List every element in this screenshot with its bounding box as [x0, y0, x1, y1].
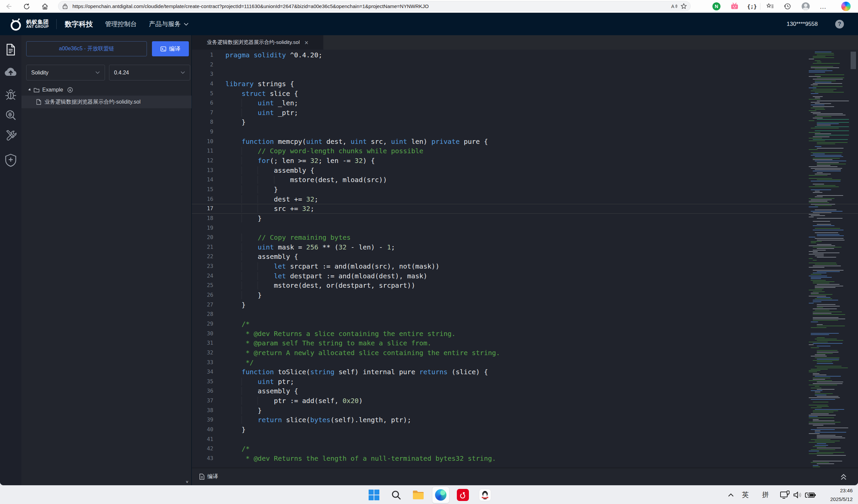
code-line-24[interactable]: 24 let destpart := and(mload(dest), mask… [192, 271, 858, 281]
minimap[interactable] [807, 50, 849, 467]
editor-scrollbar[interactable] [850, 50, 857, 467]
code-line-21[interactable]: 21 uint mask = 256 ** (32 - len) - 1; [192, 242, 858, 252]
code-line-27[interactable]: 27 } [192, 300, 858, 310]
tools-icon[interactable] [0, 127, 21, 143]
lock-icon[interactable] [60, 3, 70, 10]
code-line-29[interactable]: 29 /* [192, 319, 858, 329]
code-line-43[interactable]: 43 * @dev Returns the length of a null-t… [192, 454, 858, 464]
code-line-38[interactable]: 38 } [192, 406, 858, 416]
address-bar[interactable]: https://openchain.antdigital.com/cloudid… [58, 1, 690, 12]
read-aloud-icon[interactable]: A [669, 3, 679, 10]
history-icon[interactable] [783, 2, 792, 11]
code-line-33[interactable]: 33 */ [192, 358, 858, 368]
tray-chevron-up-icon[interactable] [726, 489, 735, 501]
tree-file-contract[interactable]: 业务逻辑数据浏览器展示合约-solidity.sol [21, 96, 192, 108]
code-line-28[interactable]: 28 [192, 309, 858, 319]
home-button[interactable] [40, 1, 50, 12]
url-text[interactable]: https://openchain.antdigital.com/cloudid… [73, 3, 669, 9]
code-line-31[interactable]: 31 * @param self The string to make a sl… [192, 338, 858, 348]
scrollbar-thumb[interactable] [851, 52, 856, 69]
code-line-36[interactable]: 36 assembly { [192, 386, 858, 396]
code-line-39[interactable]: 39 return slice(bytes(self).length, ptr)… [192, 415, 858, 425]
start-button[interactable] [368, 489, 380, 501]
code-line-25[interactable]: 25 mstore(dest, or(destpart, srcpart)) [192, 281, 858, 290]
code-line-6[interactable]: 6 uint _len; [192, 98, 858, 108]
tab-contract-file[interactable]: 业务逻辑数据浏览器展示合约-solidity.sol × [192, 35, 323, 50]
ant-group-logo[interactable]: 蚂蚁集团 ANT GROUP [9, 16, 49, 32]
menu-products[interactable]: 产品与服务 [149, 20, 189, 29]
tab-close-icon[interactable]: × [305, 39, 308, 46]
file-explorer-icon[interactable] [412, 489, 424, 501]
edge-browser-icon[interactable] [435, 489, 447, 501]
code-line-10[interactable]: 10 function memcpy(uint dest, uint src, … [192, 137, 858, 147]
favorites-bar-icon[interactable] [765, 2, 775, 11]
debug-bug-icon[interactable] [0, 87, 21, 103]
code-line-9[interactable]: 9 [192, 127, 858, 137]
profile-avatar[interactable] [801, 2, 810, 11]
code-line-15[interactable]: 15 } [192, 185, 858, 195]
code-line-30[interactable]: 30 * @dev Returns a slice containing the… [192, 329, 858, 339]
code-line-11[interactable]: 11 // Copy word-length chunks while poss… [192, 146, 858, 156]
tray-clock[interactable]: 23:46 2025/5/12 [830, 488, 853, 502]
panel-scroll-arrow[interactable]: ˅ [186, 479, 189, 485]
code-line-2[interactable]: 2 [192, 60, 858, 70]
language-select[interactable]: Solidity [26, 65, 105, 80]
battery-charging-icon[interactable] [804, 489, 816, 501]
ime-english-indicator[interactable]: 英 [742, 490, 749, 499]
ime-pinyin-indicator[interactable]: 拼 [762, 490, 769, 499]
code-line-37[interactable]: 37 ptr := add(self, 0x20) [192, 396, 858, 406]
cast-display-icon[interactable] [779, 489, 791, 501]
code-line-17[interactable]: 17 src += 32; [192, 204, 858, 214]
code-line-32[interactable]: 32 * @return A newly allocated slice con… [192, 348, 858, 358]
code-line-8[interactable]: 8 } [192, 117, 858, 127]
code-line-16[interactable]: 16 dest += 32; [192, 195, 858, 204]
expand-panel-icon[interactable] [840, 473, 847, 481]
code-line-13[interactable]: 13 assembly { [192, 166, 858, 175]
menu-console[interactable]: 管理控制台 [105, 20, 137, 29]
refresh-button[interactable] [21, 1, 32, 12]
code-line-26[interactable]: 26 } [192, 290, 858, 300]
code-lines[interactable]: 1pragma solidity ^0.4.20;234library stri… [192, 50, 858, 464]
compile-button[interactable]: 编译 [152, 41, 189, 56]
code-line-3[interactable]: 3 [192, 69, 858, 79]
code-line-7[interactable]: 7 uint _ptr; [192, 108, 858, 118]
copilot-icon[interactable] [841, 2, 851, 11]
search-icon[interactable] [390, 489, 402, 501]
code-line-22[interactable]: 22 assembly { [192, 252, 858, 262]
settings-more-icon[interactable]: … [819, 2, 828, 11]
code-line-41[interactable]: 41 [192, 435, 858, 444]
account-phone[interactable]: 130****9558 [786, 21, 818, 28]
app-navbar: 蚂蚁集团 ANT GROUP 数字科技 管理控制台 产品与服务 130****9… [0, 13, 858, 35]
code-line-12[interactable]: 12 for(; len >= 32; len -= 32) { [192, 156, 858, 166]
extension-green-icon[interactable]: N [712, 2, 721, 11]
extension-braces-icon[interactable]: {;} [747, 2, 757, 11]
version-select[interactable]: 0.4.24 [109, 65, 190, 80]
netease-music-icon[interactable] [457, 489, 469, 501]
extension-tv-icon[interactable] [730, 2, 739, 11]
cloud-upload-icon[interactable] [0, 64, 21, 80]
code-line-5[interactable]: 5 struct slice { [192, 89, 858, 99]
tree-folder-example[interactable]: Example [21, 84, 192, 96]
code-line-34[interactable]: 34 function toSlice(string self) interna… [192, 367, 858, 377]
code-line-40[interactable]: 40 } [192, 425, 858, 435]
compile-panel-label[interactable]: 编译 [207, 473, 218, 480]
volume-icon[interactable] [792, 489, 804, 501]
code-line-18[interactable]: 18 } [192, 214, 858, 223]
code-line-14[interactable]: 14 mstore(dest, mload(src)) [192, 175, 858, 185]
back-button[interactable] [3, 1, 13, 12]
favorite-star-icon[interactable] [679, 3, 688, 10]
help-button[interactable]: ? [835, 20, 844, 29]
cloud-download-icon[interactable] [67, 87, 73, 93]
code-line-35[interactable]: 35 uint ptr; [192, 377, 858, 387]
code-line-23[interactable]: 23 let srcpart := and(mload(src), not(ma… [192, 262, 858, 271]
file-explorer-icon[interactable] [0, 42, 21, 58]
chain-select[interactable]: a00e36c5 - 开放联盟链 [26, 41, 147, 56]
audit-search-icon[interactable] [0, 107, 21, 123]
code-line-1[interactable]: 1pragma solidity ^0.4.20; [192, 50, 858, 60]
code-line-19[interactable]: 19 [192, 223, 858, 233]
qq-icon[interactable] [479, 489, 491, 501]
code-line-4[interactable]: 4library strings { [192, 79, 858, 89]
code-line-42[interactable]: 42 /* [192, 444, 858, 454]
code-line-20[interactable]: 20 // Copy remaining bytes [192, 233, 858, 242]
security-shield-icon[interactable] [0, 152, 21, 168]
